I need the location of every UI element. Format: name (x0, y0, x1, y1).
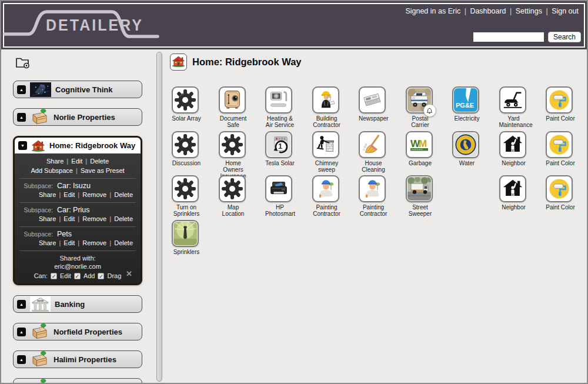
search-input[interactable] (473, 32, 544, 42)
grid-cell: Neighbor (499, 175, 546, 220)
tile-label: Building Contractor (312, 115, 342, 128)
tile-tesla-solar[interactable]: 1 (265, 131, 292, 158)
tile-neighbor[interactable] (499, 175, 526, 202)
tile-yard-maintenance[interactable] (499, 86, 526, 113)
subspace-name: Pets (57, 230, 72, 238)
tile-document-safe[interactable] (219, 86, 246, 113)
tile-hp-photosmart[interactable] (265, 175, 292, 202)
space-action-save-as-preset[interactable]: Save as Preset (81, 167, 125, 174)
tile-turn-on-sprinklers[interactable] (172, 175, 199, 202)
sidebar-item-norfield-properties[interactable]: ▲Norfield Properties (13, 323, 142, 340)
grid-cell: Sprinklers (172, 220, 219, 265)
subspace-action-edit[interactable]: Edit (64, 191, 75, 198)
gear-icon (174, 89, 196, 111)
tile-newspaper[interactable] (359, 86, 386, 113)
tile-electricity[interactable]: PG&E (452, 86, 479, 113)
subspace-action-edit[interactable]: Edit (64, 239, 75, 246)
subspace-action-delete[interactable]: Delete (114, 215, 133, 222)
search-button[interactable]: Search (548, 32, 581, 42)
tile-sprinklers[interactable] (172, 220, 199, 247)
grid-cell: Solar Array (172, 86, 219, 131)
sidebar-item-label: Banking (55, 300, 85, 309)
subspace-action-remove[interactable]: Remove (82, 215, 106, 222)
red-house-icon (172, 55, 185, 67)
expand-toggle[interactable]: ▲ (17, 355, 26, 364)
tile-paint-color[interactable] (546, 86, 573, 113)
safe-icon (221, 89, 243, 111)
grid-cell: Painting Contractor (359, 175, 406, 220)
tile-label: Heating & Air Service (265, 115, 295, 128)
sidebar-item-banking[interactable]: ▲BANKBanking (13, 295, 142, 313)
sidebar-item-norlie-properties[interactable]: ▲Norlie Properties (13, 108, 142, 126)
subspace-action-share[interactable]: Share (39, 215, 56, 222)
tile-house-cleaning[interactable] (359, 131, 386, 158)
expand-toggle[interactable]: ▲ (17, 113, 26, 122)
tile-label: Chimney sweep (312, 160, 342, 173)
subspace-action-remove[interactable]: Remove (82, 191, 106, 198)
tile-garbage[interactable]: WM (406, 131, 433, 158)
sidebar-item-halimi-properties[interactable]: ▲Halimi Properties (13, 350, 142, 368)
tile-postal-carrier[interactable] (406, 86, 433, 113)
calendar-recurring-icon: 1 (267, 133, 290, 156)
tile-grid: Solar ArrayDocument SafeHeating & Air Se… (172, 86, 588, 264)
space-action-edit[interactable]: Edit (71, 158, 82, 165)
construction-worker-icon (315, 89, 337, 111)
tile-solar-array[interactable] (172, 86, 199, 113)
tile-painting-contractor[interactable] (359, 175, 386, 202)
nav-link-sign-out[interactable]: Sign out (552, 7, 579, 15)
space-action-share[interactable]: Share (46, 158, 64, 165)
grid-cell: Yard Maintenance (499, 86, 546, 131)
permission-checkbox-drag[interactable]: ✓ (98, 273, 104, 279)
tile-paint-color[interactable] (546, 175, 573, 202)
subspace-action-delete[interactable]: Delete (114, 191, 133, 198)
sidebar-item-label: Norlie Properties (54, 113, 115, 122)
tile-heating-air-service[interactable] (265, 86, 292, 113)
sidebar-item-cognitive-think[interactable]: ▲Cognitive Think (13, 81, 142, 98)
neighbor-house-icon (502, 178, 524, 200)
permission-checkbox-add[interactable]: ✓ (74, 273, 81, 279)
tile-map-location[interactable] (219, 175, 246, 202)
expand-toggle[interactable]: ▲ (17, 300, 26, 309)
tile-street-sweeper[interactable] (406, 175, 433, 202)
tile-building-contractor[interactable] (312, 86, 339, 113)
tile-label: Neighbor (499, 160, 529, 166)
tile-label: Paint Color (546, 115, 575, 122)
sidebar-item-home-ridgebrook-way[interactable]: ▼Home: Ridgebrook Way (15, 138, 141, 153)
space-action-delete[interactable]: Delete (90, 158, 109, 165)
tile-water[interactable] (452, 131, 479, 158)
remove-share-button[interactable]: ✕ (126, 269, 132, 278)
sidebar-item-label: Home: Ridgebrook Way (49, 141, 135, 150)
subspace-action-edit[interactable]: Edit (64, 215, 75, 222)
tile-home-owners-insurance[interactable] (219, 131, 246, 158)
collapse-toggle[interactable]: ▼ (18, 141, 27, 150)
svg-text:BANK: BANK (37, 299, 44, 302)
grid-cell: Chimney sweep (312, 131, 359, 176)
notification-badge[interactable] (423, 104, 436, 117)
tile-label: Garbage (406, 160, 435, 166)
permission-checkbox-edit[interactable]: ✓ (51, 273, 57, 279)
tile-painting-contractor[interactable] (312, 175, 339, 202)
app-header: DETAILERY Signed in as Eric | Dashboard … (1, 1, 587, 49)
tile-label: Neighbor (499, 204, 529, 211)
tile-chimney-sweep[interactable] (312, 131, 339, 158)
tile-neighbor[interactable] (499, 131, 526, 158)
ac-unit-icon (268, 89, 290, 111)
nav-link-settings[interactable]: Settings (516, 7, 542, 15)
nav-link-dashboard[interactable]: Dashboard (470, 7, 506, 15)
sidebar-splitter[interactable] (156, 52, 162, 382)
tile-discussion[interactable] (172, 131, 199, 158)
expand-toggle[interactable]: ▲ (17, 328, 26, 336)
tile-paint-color[interactable] (546, 131, 573, 158)
new-space-button[interactable] (15, 56, 31, 69)
svg-text:M: M (419, 138, 427, 149)
space-action-add-subspace[interactable]: Add Subspace (31, 167, 73, 174)
expand-toggle[interactable]: ▲ (17, 85, 26, 94)
subspace-action-remove[interactable]: Remove (82, 239, 106, 246)
subspace-action-share[interactable]: Share (39, 239, 56, 246)
subspace-action-delete[interactable]: Delete (114, 239, 133, 246)
grid-cell: Heating & Air Service (265, 86, 312, 131)
sidebar-item-birthdays[interactable]: ▲Birthdays (13, 378, 142, 384)
desk-icon (30, 379, 49, 384)
bell-badge-icon (426, 107, 433, 115)
subspace-action-share[interactable]: Share (39, 191, 56, 198)
